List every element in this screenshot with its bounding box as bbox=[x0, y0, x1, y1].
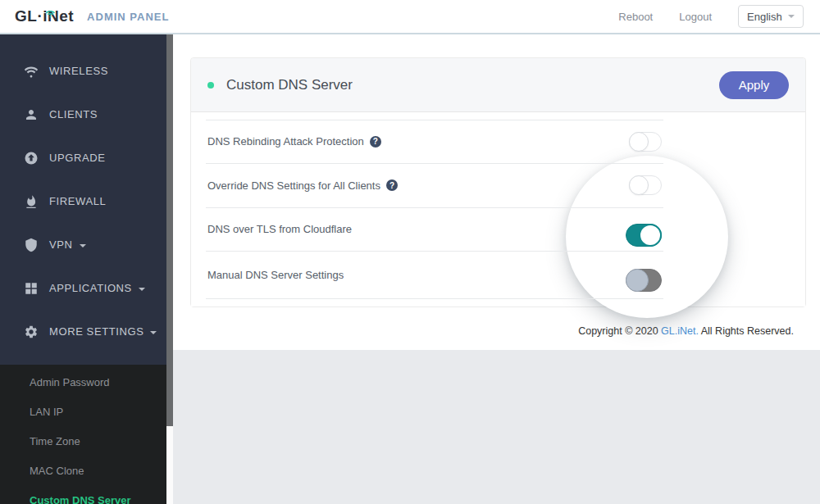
copyright-suffix: All Rights Reserved. bbox=[699, 325, 794, 337]
scrolled-row-remnant bbox=[191, 112, 805, 120]
content-panel: Custom DNS Server Apply DNS Rebinding At… bbox=[173, 34, 820, 350]
wifi-icon bbox=[24, 64, 39, 79]
chevron-down-icon bbox=[80, 244, 86, 247]
setting-row-dns-rebinding: DNS Rebinding Attack Protection ? bbox=[191, 120, 805, 163]
grid-icon bbox=[24, 281, 39, 296]
language-select[interactable]: English bbox=[738, 5, 804, 28]
sidebar-item-label: FIREWALL bbox=[49, 195, 106, 207]
help-icon[interactable]: ? bbox=[386, 179, 398, 191]
chevron-down-icon bbox=[150, 331, 157, 334]
sidebar-item-label: VPN bbox=[49, 238, 73, 251]
sidebar-item-vpn[interactable]: VPN bbox=[0, 223, 166, 266]
toggle-knob bbox=[629, 175, 649, 195]
top-header: GL·iNet ADMIN PANEL Reboot Logout Englis… bbox=[0, 0, 820, 34]
sidebar-item-clients[interactable]: CLIENTS bbox=[0, 93, 166, 136]
chevron-down-icon bbox=[139, 288, 145, 291]
card-body: DNS Rebinding Attack Protection ? Overri… bbox=[191, 112, 805, 306]
shield-icon bbox=[24, 238, 39, 252]
sidebar-item-time-zone[interactable]: Time Zone bbox=[0, 427, 166, 456]
sidebar-item-lan-ip[interactable]: LAN IP bbox=[0, 397, 166, 427]
row-divider bbox=[191, 298, 805, 306]
apply-button[interactable]: Apply bbox=[719, 71, 789, 99]
toggle-dns-rebinding[interactable] bbox=[629, 132, 662, 152]
sidebar-item-label: APPLICATIONS bbox=[49, 282, 132, 294]
toggle-manual-dns[interactable] bbox=[626, 269, 662, 292]
status-dot bbox=[207, 82, 214, 89]
setting-label: Manual DNS Server Settings bbox=[207, 269, 344, 281]
sidebar-item-more-settings[interactable]: MORE SETTINGS bbox=[0, 310, 166, 353]
sidebar-item-mac-clone[interactable]: MAC Clone bbox=[0, 456, 166, 486]
chevron-down-icon bbox=[788, 15, 795, 18]
sidebar-item-label: CLIENTS bbox=[49, 108, 98, 120]
help-icon[interactable]: ? bbox=[370, 136, 381, 148]
page-title: Custom DNS Server bbox=[226, 77, 353, 93]
setting-row-override-dns: Override DNS Settings for All Clients ? bbox=[191, 163, 805, 207]
toggle-knob bbox=[629, 132, 649, 152]
toggle-knob bbox=[626, 269, 649, 292]
flame-icon bbox=[24, 194, 39, 209]
sidebar-item-label: MORE SETTINGS bbox=[49, 325, 144, 338]
copyright-line: Copyright © 2020 GL.iNet. All Rights Res… bbox=[173, 325, 820, 337]
arrow-up-circle-icon bbox=[24, 151, 39, 166]
gear-icon bbox=[24, 325, 39, 339]
copyright-prefix: Copyright © 2020 bbox=[578, 325, 661, 337]
setting-label: DNS Rebinding Attack Protection bbox=[207, 135, 364, 148]
person-icon bbox=[24, 107, 39, 122]
sidebar-scrollbar-thumb[interactable] bbox=[166, 34, 173, 426]
sidebar: WIRELESS CLIENTS UPGRADE FIREWALL VPN bbox=[0, 34, 166, 504]
brand-wifi-icon bbox=[45, 4, 56, 22]
reboot-button[interactable]: Reboot bbox=[618, 11, 653, 23]
setting-label: Override DNS Settings for All Clients bbox=[207, 179, 380, 192]
custom-dns-server-card: Custom DNS Server Apply DNS Rebinding At… bbox=[190, 57, 806, 307]
toggle-dns-over-tls[interactable] bbox=[626, 224, 662, 247]
brand-logo: GL·iNet bbox=[15, 7, 74, 25]
sidebar-item-admin-password[interactable]: Admin Password bbox=[0, 368, 166, 397]
more-settings-submenu: Admin Password LAN IP Time Zone MAC Clon… bbox=[0, 365, 166, 504]
sidebar-scrollbar-track[interactable] bbox=[166, 34, 173, 504]
setting-label: DNS over TLS from Cloudflare bbox=[207, 223, 352, 235]
sidebar-item-custom-dns-server[interactable]: Custom DNS Server bbox=[0, 486, 166, 504]
sidebar-item-label: WIRELESS bbox=[49, 65, 108, 77]
setting-row-dns-over-tls: DNS over TLS from Cloudflare bbox=[191, 207, 805, 251]
card-header: Custom DNS Server Apply bbox=[191, 58, 805, 112]
sidebar-item-firewall[interactable]: FIREWALL bbox=[0, 179, 166, 223]
main-content: Custom DNS Server Apply DNS Rebinding At… bbox=[173, 34, 820, 504]
language-select-value: English bbox=[747, 11, 782, 23]
copyright-brand-link[interactable]: GL.iNet. bbox=[661, 325, 699, 337]
toggle-override-dns[interactable] bbox=[629, 175, 662, 195]
logout-button[interactable]: Logout bbox=[679, 11, 712, 23]
sidebar-item-upgrade[interactable]: UPGRADE bbox=[0, 136, 166, 179]
toggle-knob bbox=[639, 224, 662, 247]
sidebar-item-label: UPGRADE bbox=[49, 152, 106, 164]
sidebar-item-wireless[interactable]: WIRELESS bbox=[0, 49, 166, 93]
admin-panel-label: ADMIN PANEL bbox=[87, 11, 169, 23]
sidebar-item-applications[interactable]: APPLICATIONS bbox=[0, 266, 166, 310]
setting-row-manual-dns: Manual DNS Server Settings bbox=[191, 251, 805, 298]
